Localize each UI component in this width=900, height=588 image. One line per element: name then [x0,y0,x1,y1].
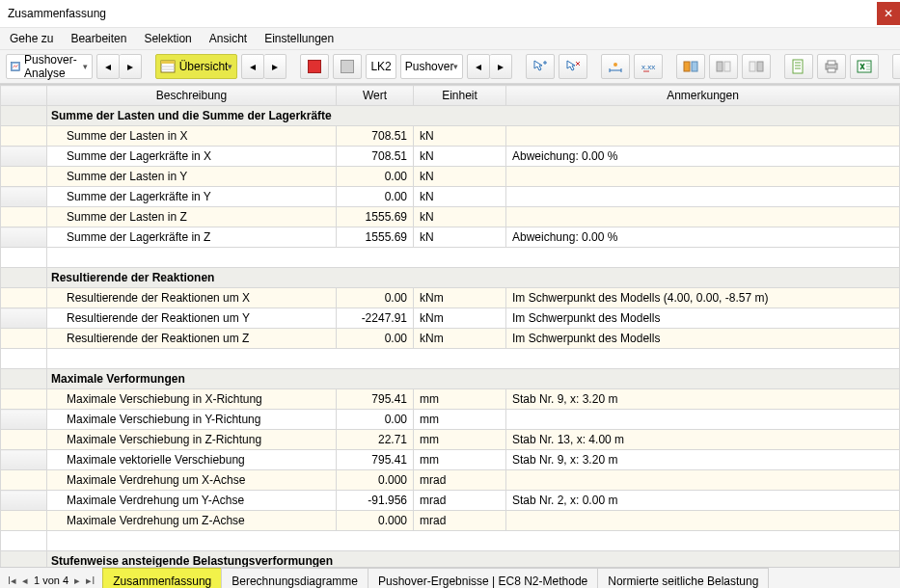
print-button[interactable] [817,54,846,79]
svg-rect-13 [757,62,763,71]
svg-rect-8 [684,62,690,71]
analysis-next[interactable]: ▸ [120,54,142,79]
loadcase-field[interactable]: LK2 [366,54,395,79]
table-blank-row [1,248,900,268]
table-row[interactable]: Resultierende der Reaktionen um X0.00kNm… [1,288,900,308]
tab-diagrams[interactable]: Berechnungsdiagramme [221,568,368,588]
table-row[interactable]: Summe der Lasten in Z1555.69kN [1,207,900,227]
table-blank-row [1,531,900,551]
dimension-icon [608,59,623,74]
page-indicator: 1 von 4 [34,575,68,586]
col-index[interactable] [1,86,47,106]
menubar: Gehe zu Bearbeiten Selektion Ansicht Ein… [0,27,900,50]
dimension-button[interactable] [601,54,630,79]
svg-point-6 [614,63,617,67]
window-both-icon [683,59,698,74]
chevron-down-icon: ▾ [83,62,88,71]
table-row[interactable]: Maximale Verdrehung um X-Achse0.000mrad [1,470,900,491]
view-prev[interactable]: ◂ [241,54,264,79]
view-next[interactable]: ▸ [264,54,286,79]
color-gray-button[interactable] [333,54,362,79]
window-title: Zusammenfassung [8,7,106,20]
results-table: Beschreibung Wert Einheit Anmerkungen Su… [0,85,900,567]
decimal-button[interactable]: x.xx [634,54,663,79]
table-scroll[interactable]: Beschreibung Wert Einheit Anmerkungen Su… [0,84,900,567]
analysis-icon [11,59,20,74]
menu-edit[interactable]: Bearbeiten [70,32,126,45]
header-row: Beschreibung Wert Einheit Anmerkungen [1,86,900,106]
menu-view[interactable]: Ansicht [209,32,247,45]
excel-button[interactable] [850,54,879,79]
table-row[interactable]: Resultierende der Reaktionen um Y-2247.9… [1,308,900,329]
table-row[interactable]: Maximale Verdrehung um Y-Achse-91.956mra… [1,491,900,511]
col-desc[interactable]: Beschreibung [47,86,337,106]
svg-rect-19 [828,61,835,65]
table-row[interactable]: Maximale vektorielle Verschiebung795.41m… [1,450,900,470]
table-row[interactable]: Resultierende der Reaktionen um Z0.00kNm… [1,329,900,349]
report-button[interactable] [784,54,813,79]
select-out-button[interactable] [559,54,587,79]
table-section-row: Summe der Lasten und die Summe der Lager… [1,106,900,126]
col-val[interactable]: Wert [337,86,414,106]
window-c-button[interactable] [742,54,771,79]
page-last[interactable]: ▸I [86,575,95,587]
menu-settings[interactable]: Einstellungen [264,32,334,45]
filter-button[interactable] [892,54,900,79]
table-section-row: Maximale Verformungen [1,369,900,389]
svg-rect-9 [692,62,697,71]
view-nav: ◂ ▸ [241,54,286,79]
cursor-out-icon [565,59,581,74]
loadcase-combo[interactable]: Pushover ▾ [400,54,464,79]
table-row[interactable]: Summe der Lasten in X708.51kN [1,126,900,147]
chevron-down-icon: ▾ [228,62,232,71]
table-row[interactable]: Maximale Verdrehung um Z-Achse0.000mrad [1,511,900,531]
select-in-button[interactable] [526,54,555,79]
page-next[interactable]: ▸ [74,575,80,587]
page-nav: I◂ ◂ 1 von 4 ▸ ▸I [0,575,102,587]
svg-rect-3 [161,61,175,64]
svg-rect-14 [793,60,803,73]
svg-rect-20 [828,68,835,72]
red-square-icon [308,60,321,73]
col-unit[interactable]: Einheit [414,86,506,106]
chevron-down-icon: ▾ [453,62,458,71]
page-prev[interactable]: ◂ [22,575,28,587]
view-combo[interactable]: Übersicht ▾ [155,54,238,79]
loadcase-nav: ◂ ▸ [467,54,512,79]
table-row[interactable]: Summe der Lagerkräfte in X708.51kNAbweic… [1,147,900,167]
close-button[interactable]: ✕ [877,2,900,25]
loadcase-prev[interactable]: ◂ [467,54,490,79]
excel-icon [857,59,872,74]
footer: I◂ ◂ 1 von 4 ▸ ▸I Zusammenfassung Berech… [0,567,900,588]
table-row[interactable]: Summe der Lagerkräfte in Y0.00kN [1,187,900,207]
table-row[interactable]: Maximale Verschiebung in Y-Richtung0.00m… [1,410,900,430]
table-row[interactable]: Maximale Verschiebung in X-Richtung795.4… [1,389,900,410]
tab-pushover[interactable]: Pushover-Ergebnisse | EC8 N2-Methode [368,568,598,588]
svg-text:x.xx: x.xx [641,63,655,71]
window-right-icon [749,59,764,74]
cursor-in-icon [532,59,548,74]
analysis-combo[interactable]: Pushover-Analyse ▾ [6,54,93,79]
color-red-button[interactable] [300,54,329,79]
tab-lateral[interactable]: Normierte seitliche Belastung [597,568,769,588]
analysis-nav: ◂ ▸ [96,54,142,79]
loadcase-next[interactable]: ▸ [490,54,512,79]
toolbar: Pushover-Analyse ▾ ◂ ▸ Übersicht ▾ ◂ ▸ L… [0,50,900,84]
analysis-prev[interactable]: ◂ [96,54,120,79]
page-first[interactable]: I◂ [8,575,16,587]
svg-rect-10 [717,62,723,71]
tab-summary[interactable]: Zusammenfassung [102,568,222,588]
overview-icon [160,59,176,74]
table-row[interactable]: Summe der Lagerkräfte in Z1555.69kNAbwei… [1,227,900,248]
menu-goto[interactable]: Gehe zu [10,32,53,45]
table-section-row: Stufenweise ansteigende Belastungsverfor… [1,551,900,568]
table-row[interactable]: Summe der Lasten in Y0.00kN [1,167,900,187]
titlebar: Zusammenfassung ✕ [0,0,900,27]
report-icon [791,59,806,74]
window-a-button[interactable] [676,54,705,79]
footer-tabs: Zusammenfassung Berechnungsdiagramme Pus… [102,568,768,588]
table-row[interactable]: Maximale Verschiebung in Z-Richtung22.71… [1,430,900,450]
menu-selection[interactable]: Selektion [144,32,191,45]
col-note[interactable]: Anmerkungen [506,86,900,106]
window-b-button[interactable] [709,54,738,79]
